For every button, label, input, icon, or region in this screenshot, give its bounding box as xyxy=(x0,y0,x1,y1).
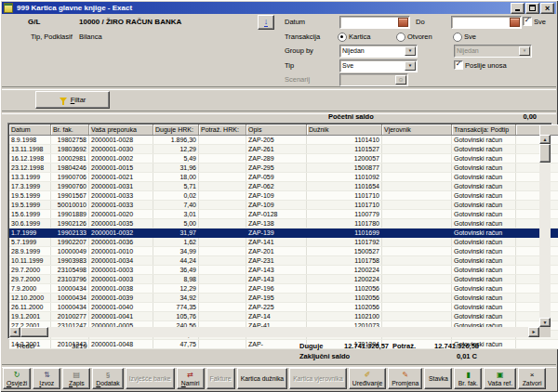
do-input[interactable] xyxy=(451,16,522,29)
table-row[interactable]: 1.7.1999199021332000001-003231,97ZAP-139… xyxy=(9,229,558,238)
table-cell: 2000001-0033 xyxy=(89,191,153,201)
jump-button[interactable]: ↓ xyxy=(258,15,274,30)
table-cell: Gotovinski račun xyxy=(452,247,516,256)
column-header[interactable]: Potraž. HRK: xyxy=(199,124,246,136)
horizontal-scrollbar[interactable]: ◄ ► xyxy=(9,327,539,337)
minimize-button[interactable] xyxy=(511,3,525,14)
title-bar[interactable]: 999 Kartica glavne knjige - Exact × xyxy=(2,2,556,14)
table-row[interactable]: 10.11.1999199039832000001-003444,24ZAP-2… xyxy=(9,256,558,266)
table-cell: 0,02 xyxy=(153,191,199,201)
radio-otvoren[interactable] xyxy=(396,33,405,42)
radio-kartica-label: Kartica xyxy=(349,33,370,41)
table-cell xyxy=(516,182,558,191)
table-row[interactable]: 19.5.1999500100102000001-00337,40ZAP-109… xyxy=(9,201,558,210)
close-button[interactable]: × xyxy=(540,3,554,14)
table-row[interactable]: 28.9.1999100000492000001-001034,99ZAP-20… xyxy=(9,247,558,256)
table-row[interactable]: 29.7.2000231054982000001-000336,49ZAP-14… xyxy=(9,266,558,275)
table-cell: ZAP-261 xyxy=(246,145,307,154)
table-cell xyxy=(199,266,246,275)
table-cell: 12.10.2000 xyxy=(9,294,51,303)
chevron-down-icon[interactable]: ▼ xyxy=(405,46,416,56)
tip-select[interactable]: Sve▼ xyxy=(339,59,418,72)
column-header[interactable]: Datum xyxy=(9,124,51,136)
table-cell xyxy=(382,136,452,145)
debtor-card-button[interactable]: Kartica dužnika xyxy=(237,368,287,389)
record-button[interactable]: ▤Zapis xyxy=(62,368,90,389)
vertical-scrollbar[interactable]: ▲ ▼ xyxy=(539,135,551,327)
scroll-down-icon[interactable]: ▼ xyxy=(539,318,551,327)
invoice-icon: ▮ xyxy=(466,372,470,380)
table-cell: 23103796 xyxy=(51,275,89,284)
export-button[interactable]: ⇅Izvoz xyxy=(33,368,60,389)
settle-button[interactable]: ⇄Namiri xyxy=(177,368,205,389)
table-row[interactable]: 17.3.1999199007602000001-00315,71ZAP-062… xyxy=(9,182,558,191)
table-row[interactable]: 8.9.1998198027582000001-00281.896,30ZAP-… xyxy=(9,136,558,145)
table-row[interactable]: 12.10.2000100004342000001-003934,92ZAP-1… xyxy=(9,294,558,303)
table-cell xyxy=(199,182,246,191)
table-cell xyxy=(516,219,558,229)
chevron-down-icon[interactable]: ▼ xyxy=(405,61,416,71)
item-button[interactable]: Stavka xyxy=(424,368,452,389)
table-row[interactable]: 23.12.1998198042462000001-001531,96ZAP-2… xyxy=(9,163,558,173)
sve-checkbox[interactable] xyxy=(523,17,532,26)
datum-input[interactable] xyxy=(339,16,410,29)
column-header[interactable]: Opis xyxy=(246,124,307,136)
table-cell: 2000001-0021 xyxy=(89,173,153,182)
calendar-icon[interactable] xyxy=(398,18,408,27)
table-cell: Gotovinski račun xyxy=(452,312,516,321)
calendar-icon[interactable] xyxy=(510,18,520,27)
table-cell xyxy=(382,173,452,182)
table-cell: Gotovinski račun xyxy=(452,191,516,201)
your-ref-button[interactable]: ▣Vaša ref. xyxy=(484,368,516,389)
table-cell xyxy=(382,145,452,154)
table-row[interactable]: 19.5.1999199015672000001-00330,02ZAP-109… xyxy=(9,191,558,201)
creditor-card-button: Kartica vjerovnika xyxy=(289,368,347,389)
column-header[interactable]: Transakcija: Podtip xyxy=(452,124,516,136)
separator xyxy=(2,111,556,114)
table-cell: 28.9.1999 xyxy=(9,247,51,256)
table-cell: 19803692 xyxy=(51,145,89,154)
column-header[interactable]: Vjerovnik xyxy=(382,124,452,136)
scroll-left-icon[interactable]: ◄ xyxy=(9,327,20,337)
table-row[interactable]: 16.12.1998100029812000001-00025,49ZAP-28… xyxy=(9,154,558,163)
groupby-select[interactable]: Nijedan▼ xyxy=(339,45,418,58)
column-header[interactable] xyxy=(516,124,558,136)
column-header[interactable]: Br. fak. xyxy=(51,124,89,136)
restore-button[interactable] xyxy=(525,3,539,14)
scroll-up-icon[interactable]: ▲ xyxy=(539,135,551,144)
radio-sve[interactable] xyxy=(453,33,462,42)
table-row[interactable]: 15.6.1999199018892000001-00203,01ZAP-012… xyxy=(9,210,558,219)
table-row[interactable]: 19.1.2001201002772000001-0041105,76ZAP-1… xyxy=(9,312,558,321)
table-row[interactable]: 13.11.1998198036922000001-003012,29ZAP-2… xyxy=(9,145,558,154)
table-row[interactable]: 7.9.2000100004342000001-003812,29ZAP-196… xyxy=(9,284,558,294)
duguje-total-label: Duguje xyxy=(299,342,323,350)
refresh-button[interactable]: ↻Osvježi xyxy=(3,368,31,389)
invoice-number-button[interactable]: ▮Br. fak. xyxy=(454,368,482,389)
potraz-total-value: 12.741.326,58 xyxy=(423,342,479,350)
table-row[interactable]: 30.6.1999199021262000001-00355,00ZAP-138… xyxy=(9,219,558,229)
change-button[interactable]: ✎Promjena xyxy=(388,368,422,389)
filter-button[interactable]: Filtar xyxy=(35,91,110,109)
table-cell: Gotovinski račun xyxy=(452,238,516,247)
table-cell: 30.6.1999 xyxy=(9,219,51,229)
table-row[interactable]: 13.3.1999199007062000001-002118,00ZAP-05… xyxy=(9,173,558,182)
editing-button[interactable]: ✐Uređivanje xyxy=(349,368,387,389)
column-header[interactable]: Vaša preporuka xyxy=(89,124,153,136)
column-header[interactable]: Dužnik xyxy=(307,124,382,136)
radio-kartica[interactable] xyxy=(338,33,347,42)
table-cell: Gotovinski račun xyxy=(452,229,516,238)
vertical-scroll-thumb[interactable] xyxy=(539,144,551,163)
table-row[interactable]: 26.11.2000100004342000001-0040774,35ZAP-… xyxy=(9,303,558,312)
column-header[interactable]: Duguje HRK: xyxy=(153,124,199,136)
scroll-right-icon[interactable]: ► xyxy=(528,327,539,337)
attachment-button[interactable]: §Dodatak xyxy=(92,368,123,389)
poslije-unosa-checkbox[interactable] xyxy=(454,60,463,70)
table-row[interactable]: 5.7.1999199022072000001-00361,62ZAP-1411… xyxy=(9,238,558,247)
redci-value: 3219 xyxy=(72,342,87,350)
horizontal-scroll-thumb[interactable] xyxy=(20,327,48,337)
table-cell: 5,00 xyxy=(153,219,199,229)
table-cell: 16.12.1998 xyxy=(9,154,51,163)
table-cell xyxy=(516,303,558,312)
table-row[interactable]: 29.7.2000231037962000001-00038,98ZAP-143… xyxy=(9,275,558,284)
close-window-button[interactable]: ×Zatvori xyxy=(518,368,546,389)
